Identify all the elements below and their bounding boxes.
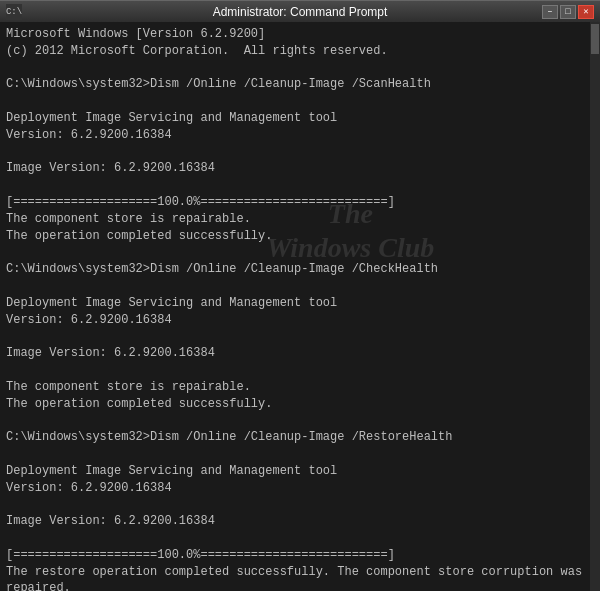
close-button[interactable]: ✕ [578, 5, 594, 19]
terminal-window: Microsoft Windows [Version 6.2.9200] (c)… [0, 22, 600, 591]
scrollbar-thumb[interactable] [591, 24, 599, 54]
titlebar-left: C:\ [6, 4, 22, 20]
scrollbar[interactable] [590, 22, 600, 591]
minimize-button[interactable]: – [542, 5, 558, 19]
terminal-output: Microsoft Windows [Version 6.2.9200] (c)… [6, 26, 594, 591]
window-controls: – □ ✕ [542, 5, 594, 19]
maximize-button[interactable]: □ [560, 5, 576, 19]
titlebar: C:\ Administrator: Command Prompt – □ ✕ [0, 0, 600, 22]
cmd-icon: C:\ [6, 4, 22, 20]
window-title: Administrator: Command Prompt [0, 5, 600, 19]
